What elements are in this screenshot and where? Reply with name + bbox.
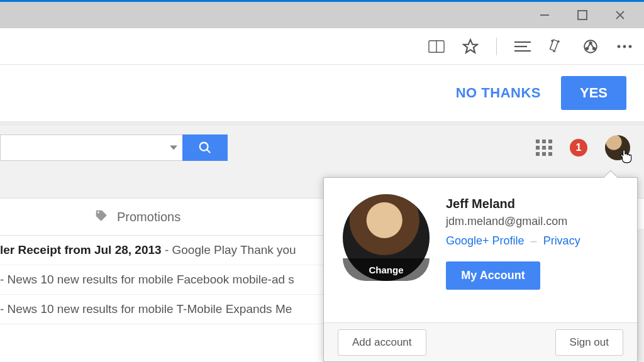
toolbar-separator [496, 38, 497, 55]
svg-point-22 [200, 143, 208, 151]
email-snippet: - News 10 new results for mobile T-Mobil… [0, 302, 292, 315]
svg-marker-6 [464, 40, 477, 53]
header-right: 1 [536, 125, 630, 170]
account-email: jdm.meland@gmail.com [446, 215, 580, 228]
popup-footer: Add account Sign out [324, 322, 637, 361]
svg-line-18 [591, 43, 594, 48]
svg-point-11 [552, 40, 553, 41]
account-links: Google+ Profile – Privacy [446, 234, 580, 248]
share-icon[interactable] [582, 38, 599, 55]
web-note-icon[interactable] [548, 38, 565, 55]
gmail-header: 1 [0, 125, 644, 170]
maximize-button[interactable] [564, 2, 601, 28]
notifications-badge[interactable]: 1 [570, 139, 587, 156]
email-subject: ler Receipt from Jul 28, 2013 [0, 243, 162, 256]
add-account-button[interactable]: Add account [338, 329, 426, 356]
tab-promotions[interactable]: Promotions [117, 210, 180, 224]
search-button[interactable] [182, 134, 228, 161]
svg-point-20 [623, 45, 626, 48]
account-popup: Change Jeff Meland jdm.meland@gmail.com … [323, 177, 638, 362]
notification-bar: NO THANKS YES [0, 65, 644, 121]
search-icon [198, 141, 212, 155]
google-plus-profile-link[interactable]: Google+ Profile [446, 234, 525, 247]
svg-point-19 [618, 45, 620, 48]
popup-body: Change Jeff Meland jdm.meland@gmail.com … [324, 178, 637, 322]
link-separator: – [531, 234, 537, 247]
account-avatar[interactable] [605, 135, 630, 160]
window-title-bar [0, 2, 644, 28]
promotions-tag-icon [94, 209, 108, 226]
browser-toolbar [0, 28, 644, 65]
minimize-button[interactable] [526, 2, 564, 28]
svg-rect-1 [578, 11, 587, 19]
more-icon[interactable] [616, 38, 633, 55]
account-name: Jeff Meland [446, 197, 580, 211]
account-avatar-large[interactable]: Change [343, 194, 430, 281]
reading-view-icon[interactable] [428, 38, 445, 55]
my-account-button[interactable]: My Account [446, 261, 540, 290]
svg-line-23 [207, 150, 211, 153]
change-photo-button[interactable]: Change [343, 258, 430, 281]
no-thanks-button[interactable]: NO THANKS [456, 85, 541, 101]
close-button[interactable] [601, 2, 639, 28]
search-wrap [0, 134, 228, 161]
account-info: Jeff Meland jdm.meland@gmail.com Google+… [446, 194, 580, 309]
svg-point-21 [629, 45, 631, 48]
svg-point-12 [558, 41, 559, 42]
search-input[interactable] [0, 134, 182, 161]
sign-out-button[interactable]: Sign out [555, 329, 623, 356]
cursor-hand-icon [618, 148, 634, 164]
privacy-link[interactable]: Privacy [543, 234, 580, 247]
favorite-star-icon[interactable] [462, 38, 479, 55]
hub-icon[interactable] [514, 38, 531, 55]
svg-line-17 [587, 43, 591, 48]
email-snippet: - Google Play Thank you [162, 243, 296, 256]
search-options-dropdown-icon[interactable] [170, 146, 177, 150]
email-snippet: - News 10 new results for mobile Faceboo… [0, 273, 294, 286]
apps-grid-icon[interactable] [536, 140, 552, 156]
yes-button[interactable]: YES [561, 76, 626, 110]
